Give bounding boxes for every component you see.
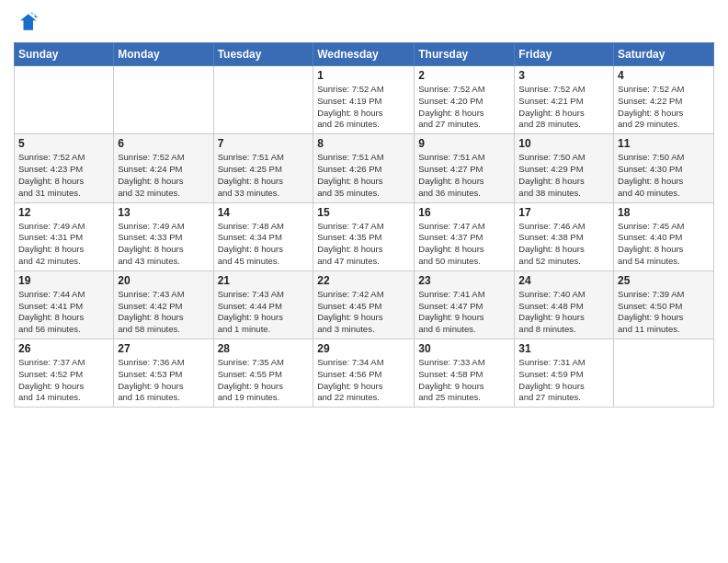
calendar-day-cell: 15Sunrise: 7:47 AM Sunset: 4:35 PM Dayli… — [313, 202, 415, 270]
day-number: 13 — [118, 206, 209, 219]
day-number: 16 — [418, 206, 510, 219]
day-number: 6 — [118, 137, 209, 150]
calendar-day-cell: 29Sunrise: 7:34 AM Sunset: 4:56 PM Dayli… — [313, 339, 415, 408]
day-info: Sunrise: 7:47 AM Sunset: 4:37 PM Dayligh… — [418, 221, 510, 268]
day-info: Sunrise: 7:41 AM Sunset: 4:47 PM Dayligh… — [418, 289, 510, 336]
day-info: Sunrise: 7:47 AM Sunset: 4:35 PM Dayligh… — [317, 221, 410, 268]
day-info: Sunrise: 7:52 AM Sunset: 4:23 PM Dayligh… — [18, 152, 109, 199]
weekday-header-monday: Monday — [114, 43, 213, 66]
day-number: 7 — [218, 137, 310, 150]
calendar-day-cell: 22Sunrise: 7:42 AM Sunset: 4:45 PM Dayli… — [313, 270, 415, 339]
day-number: 25 — [618, 274, 710, 287]
empty-cell — [213, 66, 313, 134]
day-number: 12 — [18, 206, 109, 219]
calendar-week-row: 5Sunrise: 7:52 AM Sunset: 4:23 PM Daylig… — [15, 134, 714, 202]
day-number: 14 — [218, 206, 310, 219]
calendar-day-cell: 18Sunrise: 7:45 AM Sunset: 4:40 PM Dayli… — [614, 202, 714, 270]
calendar-day-cell: 1Sunrise: 7:52 AM Sunset: 4:19 PM Daylig… — [313, 66, 415, 134]
day-number: 18 — [618, 206, 710, 219]
day-info: Sunrise: 7:51 AM Sunset: 4:25 PM Dayligh… — [218, 152, 310, 199]
day-number: 29 — [317, 342, 410, 355]
day-info: Sunrise: 7:51 AM Sunset: 4:27 PM Dayligh… — [418, 152, 510, 199]
calendar-day-cell: 12Sunrise: 7:49 AM Sunset: 4:31 PM Dayli… — [15, 202, 114, 270]
day-info: Sunrise: 7:39 AM Sunset: 4:50 PM Dayligh… — [618, 289, 710, 336]
calendar-day-cell: 16Sunrise: 7:47 AM Sunset: 4:37 PM Dayli… — [415, 202, 515, 270]
calendar-day-cell: 14Sunrise: 7:48 AM Sunset: 4:34 PM Dayli… — [213, 202, 313, 270]
calendar-week-row: 26Sunrise: 7:37 AM Sunset: 4:52 PM Dayli… — [15, 339, 714, 408]
empty-cell — [114, 66, 213, 134]
day-info: Sunrise: 7:44 AM Sunset: 4:41 PM Dayligh… — [18, 289, 109, 336]
header — [14, 9, 714, 35]
weekday-header-sunday: Sunday — [15, 43, 114, 66]
calendar-day-cell: 23Sunrise: 7:41 AM Sunset: 4:47 PM Dayli… — [415, 270, 515, 339]
calendar-day-cell: 11Sunrise: 7:50 AM Sunset: 4:30 PM Dayli… — [614, 134, 714, 202]
weekday-header-row: SundayMondayTuesdayWednesdayThursdayFrid… — [15, 43, 714, 66]
day-number: 21 — [218, 274, 310, 287]
logo — [14, 9, 42, 35]
calendar-day-cell: 27Sunrise: 7:36 AM Sunset: 4:53 PM Dayli… — [114, 339, 213, 408]
weekday-header-saturday: Saturday — [614, 43, 714, 66]
weekday-header-wednesday: Wednesday — [313, 43, 415, 66]
day-info: Sunrise: 7:34 AM Sunset: 4:56 PM Dayligh… — [317, 357, 410, 404]
day-number: 3 — [518, 69, 609, 82]
day-info: Sunrise: 7:43 AM Sunset: 4:42 PM Dayligh… — [118, 289, 209, 336]
day-number: 8 — [317, 137, 410, 150]
calendar-day-cell: 10Sunrise: 7:50 AM Sunset: 4:29 PM Dayli… — [515, 134, 614, 202]
day-info: Sunrise: 7:52 AM Sunset: 4:19 PM Dayligh… — [317, 84, 410, 131]
day-number: 24 — [518, 274, 609, 287]
calendar-day-cell: 2Sunrise: 7:52 AM Sunset: 4:20 PM Daylig… — [415, 66, 515, 134]
calendar-day-cell: 24Sunrise: 7:40 AM Sunset: 4:48 PM Dayli… — [515, 270, 614, 339]
calendar-day-cell: 5Sunrise: 7:52 AM Sunset: 4:23 PM Daylig… — [15, 134, 114, 202]
day-info: Sunrise: 7:49 AM Sunset: 4:31 PM Dayligh… — [18, 221, 109, 268]
day-number: 28 — [218, 342, 310, 355]
day-number: 22 — [317, 274, 410, 287]
empty-cell — [15, 66, 114, 134]
calendar-day-cell: 28Sunrise: 7:35 AM Sunset: 4:55 PM Dayli… — [213, 339, 313, 408]
calendar-day-cell: 26Sunrise: 7:37 AM Sunset: 4:52 PM Dayli… — [15, 339, 114, 408]
day-info: Sunrise: 7:52 AM Sunset: 4:22 PM Dayligh… — [618, 84, 710, 131]
day-info: Sunrise: 7:36 AM Sunset: 4:53 PM Dayligh… — [118, 357, 209, 404]
day-info: Sunrise: 7:37 AM Sunset: 4:52 PM Dayligh… — [18, 357, 109, 404]
day-info: Sunrise: 7:46 AM Sunset: 4:38 PM Dayligh… — [518, 221, 609, 268]
day-number: 4 — [618, 69, 710, 82]
calendar-week-row: 1Sunrise: 7:52 AM Sunset: 4:19 PM Daylig… — [15, 66, 714, 134]
calendar-day-cell: 13Sunrise: 7:49 AM Sunset: 4:33 PM Dayli… — [114, 202, 213, 270]
weekday-header-friday: Friday — [515, 43, 614, 66]
day-number: 2 — [418, 69, 510, 82]
day-number: 15 — [317, 206, 410, 219]
day-number: 11 — [618, 137, 710, 150]
day-info: Sunrise: 7:52 AM Sunset: 4:21 PM Dayligh… — [518, 84, 609, 131]
day-info: Sunrise: 7:45 AM Sunset: 4:40 PM Dayligh… — [618, 221, 710, 268]
calendar-day-cell: 30Sunrise: 7:33 AM Sunset: 4:58 PM Dayli… — [415, 339, 515, 408]
day-number: 30 — [418, 342, 510, 355]
day-info: Sunrise: 7:35 AM Sunset: 4:55 PM Dayligh… — [218, 357, 310, 404]
day-info: Sunrise: 7:50 AM Sunset: 4:30 PM Dayligh… — [618, 152, 710, 199]
calendar-day-cell: 31Sunrise: 7:31 AM Sunset: 4:59 PM Dayli… — [515, 339, 614, 408]
day-number: 31 — [518, 342, 609, 355]
calendar-day-cell: 20Sunrise: 7:43 AM Sunset: 4:42 PM Dayli… — [114, 270, 213, 339]
calendar-table: SundayMondayTuesdayWednesdayThursdayFrid… — [14, 42, 714, 408]
calendar-day-cell: 3Sunrise: 7:52 AM Sunset: 4:21 PM Daylig… — [515, 66, 614, 134]
day-number: 26 — [18, 342, 109, 355]
day-info: Sunrise: 7:40 AM Sunset: 4:48 PM Dayligh… — [518, 289, 609, 336]
day-number: 27 — [118, 342, 209, 355]
weekday-header-thursday: Thursday — [415, 43, 515, 66]
day-info: Sunrise: 7:31 AM Sunset: 4:59 PM Dayligh… — [518, 357, 609, 404]
day-info: Sunrise: 7:49 AM Sunset: 4:33 PM Dayligh… — [118, 221, 209, 268]
calendar-day-cell: 8Sunrise: 7:51 AM Sunset: 4:26 PM Daylig… — [313, 134, 415, 202]
calendar-day-cell: 6Sunrise: 7:52 AM Sunset: 4:24 PM Daylig… — [114, 134, 213, 202]
day-info: Sunrise: 7:52 AM Sunset: 4:20 PM Dayligh… — [418, 84, 510, 131]
day-info: Sunrise: 7:50 AM Sunset: 4:29 PM Dayligh… — [518, 152, 609, 199]
calendar-day-cell: 9Sunrise: 7:51 AM Sunset: 4:27 PM Daylig… — [415, 134, 515, 202]
day-number: 9 — [418, 137, 510, 150]
calendar-week-row: 12Sunrise: 7:49 AM Sunset: 4:31 PM Dayli… — [15, 202, 714, 270]
day-info: Sunrise: 7:48 AM Sunset: 4:34 PM Dayligh… — [218, 221, 310, 268]
calendar-day-cell: 17Sunrise: 7:46 AM Sunset: 4:38 PM Dayli… — [515, 202, 614, 270]
calendar-day-cell: 21Sunrise: 7:43 AM Sunset: 4:44 PM Dayli… — [213, 270, 313, 339]
day-number: 20 — [118, 274, 209, 287]
day-info: Sunrise: 7:52 AM Sunset: 4:24 PM Dayligh… — [118, 152, 209, 199]
calendar-day-cell: 4Sunrise: 7:52 AM Sunset: 4:22 PM Daylig… — [614, 66, 714, 134]
day-number: 23 — [418, 274, 510, 287]
calendar-week-row: 19Sunrise: 7:44 AM Sunset: 4:41 PM Dayli… — [15, 270, 714, 339]
calendar-day-cell: 7Sunrise: 7:51 AM Sunset: 4:25 PM Daylig… — [213, 134, 313, 202]
